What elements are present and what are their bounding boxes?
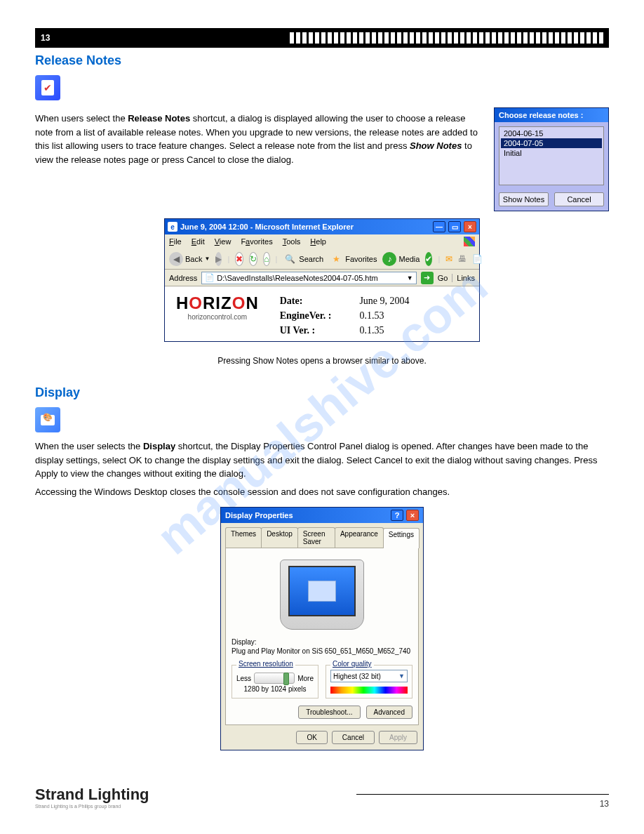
display-body-1: When the user selects the Display shortc…	[35, 439, 609, 481]
minimize-button[interactable]: —	[433, 221, 445, 232]
display-desc: Plug and Play Monitor on SiS 650_651_M65…	[232, 647, 412, 655]
apply-button[interactable]: Apply	[379, 731, 417, 744]
display-label: Display:	[232, 638, 412, 646]
group-res-label: Screen resolution	[236, 660, 295, 668]
troubleshoot-button[interactable]: Troubleshoot...	[298, 706, 360, 719]
menu-help[interactable]: Help	[310, 237, 326, 246]
color-quality-select[interactable]: Highest (32 bit)▼	[330, 670, 408, 682]
display-icon	[35, 407, 60, 432]
footer-brand: Strand Lighting Strand Lighting is a Phi…	[35, 786, 149, 809]
search-button[interactable]: 🔍Search	[283, 252, 323, 266]
label-ui: UI Ver. :	[280, 323, 332, 338]
release-item-0[interactable]: 2004-06-15	[501, 128, 602, 138]
color-bar	[330, 687, 408, 694]
tab-appearance[interactable]: Appearance	[335, 527, 384, 548]
section-title-release-notes: Release Notes	[35, 53, 609, 68]
address-input[interactable]: 📄 D:\SavedInstalls\ReleaseNotes2004-07-0…	[201, 272, 416, 284]
page-num-top: 13	[41, 33, 50, 43]
help-button[interactable]: ?	[391, 510, 403, 521]
release-list[interactable]: 2004-06-15 2004-07-05 Initial	[499, 126, 604, 185]
label-engine: EngineVer. :	[280, 308, 332, 323]
go-button[interactable]: ➜	[421, 272, 434, 284]
center-note: Pressing Show Notes opens a browser simi…	[35, 356, 609, 366]
display-properties-window: Display Properties ? × Themes Desktop Sc…	[220, 507, 424, 750]
ie-content: HORIZON horizoncontrol.com Date: EngineV…	[165, 286, 479, 341]
windows-flag-icon	[464, 237, 475, 246]
cancel-button[interactable]: Cancel	[554, 192, 604, 206]
footer-page-num: 13	[356, 799, 609, 809]
links-label[interactable]: Links	[452, 274, 475, 282]
value-ui: 0.1.35	[359, 323, 409, 338]
dp-titlebar: Display Properties ? ×	[221, 508, 423, 523]
menu-favorites[interactable]: Favorites	[241, 237, 272, 246]
release-item-1[interactable]: 2004-07-05	[501, 138, 602, 148]
less-label: Less	[236, 675, 251, 682]
menu-view[interactable]: View	[215, 237, 232, 246]
chevron-down-icon: ▼	[398, 673, 405, 680]
stop-button[interactable]: ✖	[235, 252, 243, 266]
value-date: June 9, 2004	[359, 293, 409, 308]
ie-menubar: File Edit View Favorites Tools Help	[165, 234, 479, 249]
edit-button[interactable]: 📄	[472, 252, 483, 266]
tab-screensaver[interactable]: Screen Saver	[297, 527, 335, 548]
menu-edit[interactable]: Edit	[192, 237, 205, 246]
ie-title-text: June 9, 2004 12:00 - Microsoft Internet …	[180, 223, 354, 231]
monitor-preview	[232, 554, 412, 635]
release-notes-icon	[35, 75, 60, 100]
ie-app-icon: e	[168, 222, 177, 232]
tab-settings[interactable]: Settings	[383, 528, 420, 548]
group-cq-label: Color quality	[330, 660, 374, 668]
tab-themes[interactable]: Themes	[225, 527, 262, 548]
ie-window: e June 9, 2004 12:00 - Microsoft Interne…	[164, 218, 480, 342]
dp-tabs: Themes Desktop Screen Saver Appearance S…	[225, 527, 419, 548]
display-body-2: Accessing the Windows Desktop closes the…	[35, 485, 609, 499]
release-notes-body: When users select the Release Notes shor…	[35, 112, 485, 166]
home-button[interactable]: ⌂	[263, 252, 269, 266]
footer: Strand Lighting Strand Lighting is a Phi…	[35, 786, 609, 809]
ie-toolbar: ◀Back▼ ▶ | ✖ ↻ ⌂ | 🔍Search ★Favorites ♪M…	[165, 249, 479, 270]
dp-close-button[interactable]: ×	[406, 510, 419, 521]
close-button[interactable]: ×	[464, 221, 476, 232]
print-button[interactable]: 🖶	[458, 252, 467, 266]
horizon-logo: HORIZON horizoncontrol.com	[176, 293, 259, 321]
favorites-button[interactable]: ★Favorites	[329, 252, 377, 266]
dp-title: Display Properties	[225, 511, 293, 519]
value-engine: 0.1.53	[359, 308, 409, 323]
refresh-button[interactable]: ↻	[249, 252, 257, 266]
advanced-button[interactable]: Advanced	[366, 706, 412, 719]
ok-button[interactable]: OK	[296, 731, 327, 744]
section-title-display: Display	[35, 385, 609, 400]
maximize-button[interactable]: ▭	[448, 221, 461, 232]
media-button[interactable]: ♪Media	[382, 252, 420, 266]
mail-button[interactable]: ✉	[445, 252, 452, 266]
menu-file[interactable]: File	[169, 237, 182, 246]
show-notes-button[interactable]: Show Notes	[499, 192, 549, 206]
label-date: Date:	[280, 293, 332, 308]
dp-cancel-button[interactable]: Cancel	[332, 731, 375, 744]
address-label: Address	[169, 274, 197, 282]
group-color-quality: Color quality Highest (32 bit)▼	[326, 665, 412, 699]
resolution-text: 1280 by 1024 pixels	[236, 685, 314, 693]
ie-titlebar: e June 9, 2004 12:00 - Microsoft Interne…	[165, 219, 479, 234]
group-resolution: Screen resolution Less More 1280 by 1024…	[232, 665, 318, 699]
forward-button[interactable]: ▶	[215, 252, 222, 266]
resolution-slider[interactable]	[254, 673, 295, 684]
menu-tools[interactable]: Tools	[283, 237, 301, 246]
history-button[interactable]: ✔	[425, 252, 432, 266]
release-item-2[interactable]: Initial	[501, 148, 602, 158]
tab-desktop[interactable]: Desktop	[261, 527, 298, 548]
back-button[interactable]: ◀Back▼	[169, 252, 210, 266]
header-bar: 13	[35, 28, 609, 48]
go-label: Go	[438, 274, 448, 282]
release-notes-dialog: Choose release notes : 2004-06-15 2004-0…	[494, 107, 609, 211]
release-dialog-title: Choose release notes :	[495, 108, 608, 122]
more-label: More	[297, 675, 314, 682]
ie-addressbar: Address 📄 D:\SavedInstalls\ReleaseNotes2…	[165, 270, 479, 286]
